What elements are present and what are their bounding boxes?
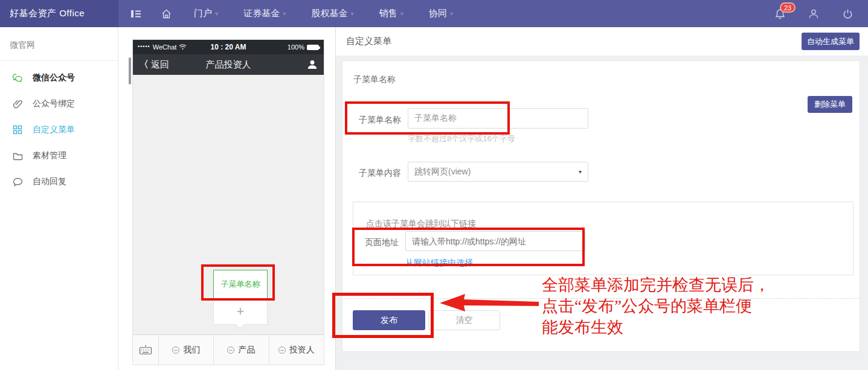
app-logo: 好基会资产 Office xyxy=(0,0,118,27)
sidebar-item-wechat-account[interactable]: 微信公众号 xyxy=(0,66,118,90)
keyboard-toggle[interactable] xyxy=(133,335,158,365)
sidebar-title: 微官网 xyxy=(0,27,118,61)
clear-button[interactable]: 清空 xyxy=(428,310,500,330)
phone-menu-tab-product[interactable]: 产品 xyxy=(213,335,268,365)
sidebar-item-auto-reply[interactable]: 自动回复 xyxy=(0,170,118,194)
annotation-line: 点击“发布”公众号的菜单栏便 xyxy=(542,296,770,317)
power-icon[interactable] xyxy=(835,0,860,27)
name-hint: 字数不超过8个汉字或16个字母 xyxy=(408,133,515,144)
chevron-down-icon: ˅ xyxy=(400,11,403,17)
chevron-down-icon: ˅ xyxy=(283,11,286,17)
phone-time: 10 : 20 AM xyxy=(198,43,259,51)
delete-menu-button[interactable]: 删除菜单 xyxy=(808,96,852,113)
sidebar-item-label: 自动回复 xyxy=(33,176,66,187)
submenu-name-input[interactable] xyxy=(408,108,588,129)
phone-mockup: ••••• WeChat 10 : 20 AM 100% 〈 返回 产品投资 xyxy=(133,40,324,365)
phone-body: 子菜单名称 + xyxy=(133,75,324,334)
wifi-icon xyxy=(179,44,187,50)
user-icon[interactable] xyxy=(802,0,826,27)
sidebar-item-label: 公众号绑定 xyxy=(33,98,75,109)
keyboard-icon xyxy=(139,345,152,355)
nav-item-sales[interactable]: 销售 ˅ xyxy=(369,0,414,27)
phone-menu-tab-investor[interactable]: 投资人 xyxy=(269,335,324,365)
phone-menu-bar: 我们 产品 投资人 xyxy=(133,334,324,365)
page-url-label: 页面地址 xyxy=(365,237,399,248)
callout-caret xyxy=(236,321,244,329)
menu-circle-icon xyxy=(227,346,234,354)
pick-from-site-link[interactable]: 从网站链接中选择 xyxy=(405,258,473,269)
phone-preview-panel: ••••• WeChat 10 : 20 AM 100% 〈 返回 产品投资 xyxy=(118,27,336,370)
sidebar-item-custom-menu[interactable]: 自定义菜单 xyxy=(0,118,118,142)
submenu-name-button[interactable]: 子菜单名称 xyxy=(213,270,268,299)
chevron-left-icon: 〈 xyxy=(139,59,149,71)
sidebar-item-label: 素材管理 xyxy=(33,150,66,161)
sidebar-item-label: 微信公众号 xyxy=(33,72,75,83)
content-type-select[interactable]: 跳转网页(view) ▾ xyxy=(408,162,588,182)
chevron-down-icon: ˅ xyxy=(215,11,218,17)
notification-badge: 23 xyxy=(780,2,796,13)
phone-menu-tab-women[interactable]: 我们 xyxy=(158,335,213,365)
nav-item-collaboration[interactable]: 协同 ˅ xyxy=(419,0,463,27)
link-tip: 点击该子菜单会跳到以下链接 xyxy=(366,218,476,229)
wechat-icon xyxy=(12,72,23,83)
phone-page-title: 产品投资人 xyxy=(206,59,251,71)
link-icon xyxy=(12,98,23,109)
top-navigation: 门户 ˅ 证券基金 ˅ 股权基金 ˅ 销售 ˅ 协同 ˅ xyxy=(118,0,768,27)
annotation-line: 全部菜单添加完并检查无误后， xyxy=(542,275,770,296)
main-header: 自定义菜单 自动生成菜单 xyxy=(336,27,868,56)
signal-dots: ••••• xyxy=(138,43,150,49)
chevron-down-icon: ˅ xyxy=(450,11,453,17)
annotation-line: 能发布生效 xyxy=(542,317,770,338)
carrier-label: WeChat xyxy=(153,43,177,51)
phone-nav-bar: 〈 返回 产品投资人 xyxy=(133,54,324,75)
battery-icon xyxy=(307,45,319,50)
back-button[interactable]: 〈 返回 xyxy=(139,59,206,71)
menu-circle-icon xyxy=(278,346,286,354)
sidebar-item-account-binding[interactable]: 公众号绑定 xyxy=(0,92,118,116)
profile-icon[interactable] xyxy=(307,59,318,70)
sidebar-item-label: 自定义菜单 xyxy=(33,124,75,135)
sidebar: 微官网 微信公众号 公众号绑定 xyxy=(0,27,118,370)
battery-percent: 100% xyxy=(288,43,304,51)
topbar-actions: 23 xyxy=(768,0,868,27)
phone-status-bar: ••••• WeChat 10 : 20 AM 100% xyxy=(133,40,324,54)
page-url-input[interactable] xyxy=(405,231,585,251)
folder-icon xyxy=(12,150,23,161)
menu-circle-icon xyxy=(172,346,179,354)
publish-button[interactable]: 发布 xyxy=(353,310,425,330)
home-icon[interactable] xyxy=(153,0,179,27)
link-config-box: 点击该子菜单会跳到以下链接 页面地址 从网站链接中选择 xyxy=(353,202,854,275)
chevron-down-icon: ▾ xyxy=(579,168,582,175)
page-title: 自定义菜单 xyxy=(346,36,391,47)
nav-item-equity-fund[interactable]: 股权基金 ˅ xyxy=(301,0,364,27)
scrollbar-thumb[interactable] xyxy=(129,57,131,85)
add-submenu-button[interactable]: + xyxy=(213,299,268,325)
nav-item-securities-fund[interactable]: 证券基金 ˅ xyxy=(233,0,296,27)
submenu-name-label: 子菜单名称 xyxy=(359,115,401,126)
main-panel: 自定义菜单 自动生成菜单 子菜单名称 删除菜单 子菜单名称 字数不超过8个汉字或… xyxy=(336,27,868,370)
annotation-text: 全部菜单添加完并检查无误后， 点击“发布”公众号的菜单栏便 能发布生效 xyxy=(542,275,770,338)
submenu-content-label: 子菜单内容 xyxy=(359,168,401,179)
sidebar-toggle-icon[interactable] xyxy=(123,0,149,27)
grid-icon xyxy=(12,124,23,135)
notification-bell-icon[interactable]: 23 xyxy=(768,0,792,27)
chevron-down-icon: ˅ xyxy=(351,11,354,17)
nav-item-portal[interactable]: 门户 ˅ xyxy=(184,0,228,27)
auto-generate-menu-button[interactable]: 自动生成菜单 xyxy=(802,33,860,50)
sidebar-item-material-management[interactable]: 素材管理 xyxy=(0,144,118,168)
section-title: 子菜单名称 xyxy=(353,74,396,85)
comment-icon xyxy=(12,176,23,187)
topbar: 好基会资产 Office 门户 ˅ 证券基金 ˅ 股权基金 ˅ 销售 ˅ xyxy=(0,0,868,27)
